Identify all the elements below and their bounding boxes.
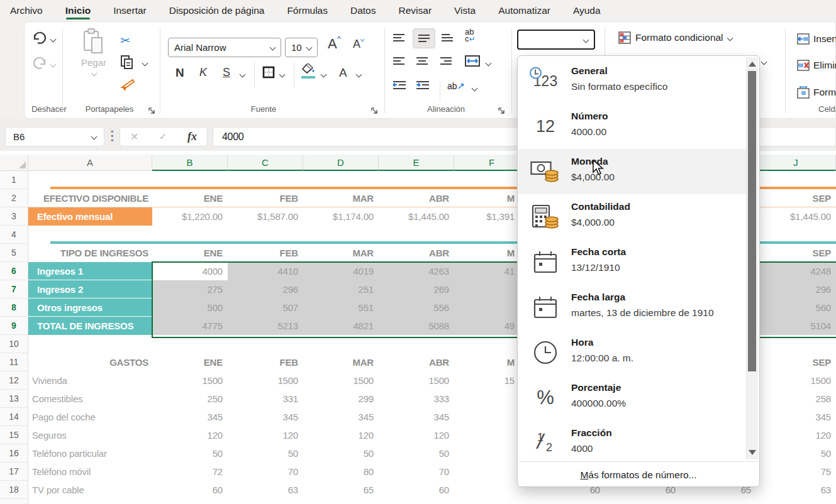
cell-D3[interactable]: $1,174.00 (303, 207, 379, 226)
cell-J5[interactable]: SEP (756, 244, 836, 262)
format-option-contabilidad[interactable]: Contabilidad $4,000.00 (518, 194, 746, 239)
increase-indent-button[interactable] (416, 80, 430, 93)
cell-E18[interactable]: 60 (379, 481, 454, 499)
cell-A13[interactable]: Comestibles (28, 390, 152, 408)
cell-C19[interactable]: 45 (228, 499, 303, 504)
col-header-D[interactable]: D (303, 155, 379, 171)
cell-C17[interactable]: 70 (228, 463, 303, 481)
cell-A14[interactable]: Pago del coche (28, 408, 152, 426)
tab-formulas[interactable]: Fórmulas (287, 0, 328, 21)
orientation-button[interactable]: ab↗ (447, 80, 465, 92)
underline-chevron[interactable] (240, 72, 246, 78)
col-header-J[interactable]: J (756, 155, 836, 171)
cell-C13[interactable]: 331 (228, 390, 303, 408)
orientation-chevron[interactable] (472, 85, 478, 92)
cell-B7[interactable]: 275 (152, 280, 228, 299)
cell-J2[interactable]: SEP (756, 189, 836, 207)
col-header-C[interactable]: C (228, 155, 303, 171)
cell-A18[interactable]: TV por cable (28, 481, 152, 499)
row-header-4[interactable]: 4 (0, 226, 28, 244)
row-header-18[interactable]: 18 (0, 481, 28, 499)
italic-button[interactable]: K (199, 66, 207, 79)
cell-A15[interactable]: Seguros (28, 426, 152, 444)
cell-C16[interactable]: 50 (228, 444, 303, 463)
font-size-combobox[interactable]: 10 (285, 38, 318, 57)
cell-B14[interactable]: 345 (152, 408, 228, 426)
name-box-drag-dots[interactable]: ••• (111, 129, 114, 143)
cell-H19[interactable]: 45 (605, 499, 681, 504)
cell-J17[interactable]: 75 (756, 463, 836, 481)
scrollbar-thumb[interactable] (748, 71, 756, 371)
copy-button[interactable] (120, 55, 134, 72)
format-option-hora[interactable]: Hora12:00:00 a. m. (518, 330, 746, 375)
cell-B16[interactable]: 50 (152, 444, 228, 463)
cell-D19[interactable]: 45 (303, 499, 379, 504)
tab-automatizar[interactable]: Automatizar (498, 0, 550, 21)
cell-E19[interactable]: 45 (379, 499, 454, 504)
row-header-1[interactable]: 1 (0, 171, 28, 189)
cell-C12[interactable]: 1500 (228, 371, 303, 390)
portapapeles-dialog-launcher[interactable] (148, 106, 155, 113)
cell-G19[interactable]: 45 (530, 499, 605, 504)
underline-button[interactable]: S (223, 66, 230, 79)
cell-A6[interactable]: Ingresos 1 (28, 262, 152, 280)
cell-B19[interactable]: 45 (152, 499, 228, 504)
cell-C7[interactable]: 296 (228, 280, 303, 299)
cell-J11[interactable]: SEP (756, 353, 836, 371)
font-color-button[interactable]: A (339, 66, 347, 80)
align-right-button[interactable] (440, 57, 452, 68)
dropdown-scrollbar[interactable] (746, 57, 758, 459)
cell-C2[interactable]: FEB (228, 189, 303, 207)
format-option-fecha-corta[interactable]: Fecha corta13/12/1910 (518, 239, 746, 285)
cell-D12[interactable]: 1500 (303, 371, 379, 390)
font-name-combobox[interactable]: Arial Narrow (168, 38, 281, 57)
select-all-corner[interactable] (0, 155, 28, 171)
cell-A7[interactable]: Ingresos 2 (28, 280, 152, 299)
cell-B9[interactable]: 4775 (152, 317, 228, 335)
borders-button[interactable] (262, 66, 275, 81)
delete-cells-button[interactable]: Eliminar (797, 60, 836, 71)
col-header-A[interactable]: A (28, 155, 152, 171)
cell-E8[interactable]: 556 (379, 299, 454, 317)
name-box[interactable]: B6 (5, 127, 104, 146)
tab-datos[interactable]: Datos (350, 0, 376, 21)
cell-B18[interactable]: 60 (152, 481, 228, 499)
bold-button[interactable]: N (176, 66, 184, 80)
fill-color-chevron[interactable] (321, 72, 327, 78)
scroll-up-arrow[interactable] (749, 62, 756, 67)
align-left-button[interactable] (393, 57, 405, 68)
number-format-combobox[interactable] (517, 30, 595, 50)
col-header-E[interactable]: E (379, 155, 454, 171)
align-top-button[interactable] (393, 33, 405, 45)
cell-E5[interactable]: ABR (379, 244, 454, 262)
cell-C6[interactable]: 4410 (228, 262, 303, 280)
decrease-indent-button[interactable] (393, 80, 406, 93)
row-header-3[interactable]: 3 (0, 207, 28, 226)
cell-J18[interactable]: 63 (756, 481, 836, 499)
row-header-2[interactable]: 2 (0, 189, 28, 207)
cell-E6[interactable]: 4263 (379, 262, 454, 280)
cell-E17[interactable]: 70 (379, 463, 454, 481)
cell-E13[interactable]: 333 (379, 390, 454, 408)
cell-B15[interactable]: 120 (152, 426, 228, 444)
cut-button[interactable]: ✂ (120, 33, 130, 48)
cell-J7[interactable]: 296 (756, 280, 836, 299)
cell-E9[interactable]: 5088 (379, 317, 454, 335)
wrap-text-button[interactable]: abc↵ (465, 28, 476, 43)
cell-J13[interactable]: 258 (756, 390, 836, 408)
redo-dropdown-chevron[interactable] (50, 62, 57, 68)
format-option-general[interactable]: 123GeneralSin formato específico (518, 58, 746, 104)
format-option-moneda[interactable]: Moneda$4,000.00 (518, 149, 746, 194)
cancel-button[interactable]: ✕ (130, 131, 138, 143)
format-option-porcentaje[interactable]: %Porcentaje400000.00% (518, 375, 746, 420)
cell-A16[interactable]: Teléfono particular (28, 444, 152, 463)
col-header-B[interactable]: B (152, 155, 228, 171)
format-painter-button[interactable] (120, 79, 135, 95)
row-header-11[interactable]: 11 (0, 353, 28, 371)
cell-J8[interactable]: 560 (756, 299, 836, 317)
cell-B11[interactable]: ENE (152, 353, 228, 371)
cell-A9[interactable]: TOTAL DE INGRESOS (28, 317, 152, 335)
cell-D15[interactable]: 120 (303, 426, 379, 444)
cell-E2[interactable]: ABR (379, 189, 454, 207)
cell-D5[interactable]: MAR (303, 244, 379, 262)
